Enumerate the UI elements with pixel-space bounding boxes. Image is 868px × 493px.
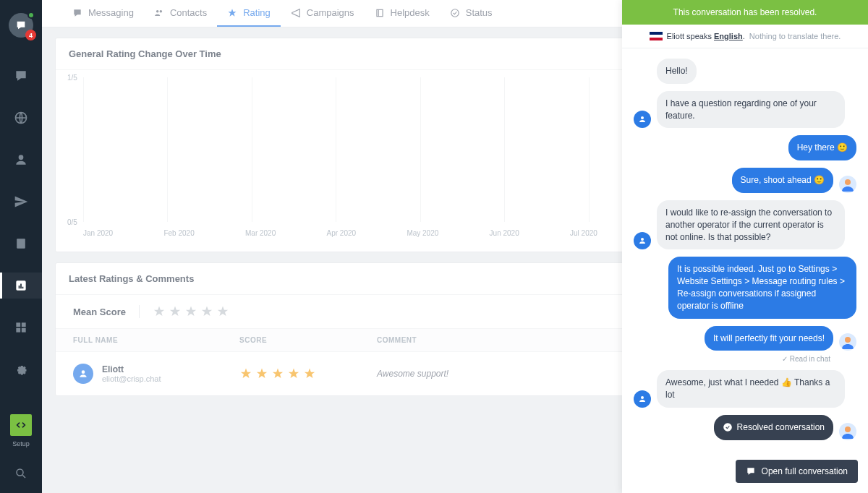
- svg-rect-10: [22, 328, 26, 333]
- message-row: Hello!: [634, 59, 856, 84]
- tab-messaging[interactable]: Messaging: [62, 0, 144, 27]
- language-link[interactable]: English: [714, 32, 743, 40]
- tab-helpdesk[interactable]: Helpdesk: [365, 0, 440, 27]
- x-tick: May 2020: [407, 229, 438, 237]
- tab-rating[interactable]: Rating: [217, 0, 281, 27]
- nav-globe-icon[interactable]: [0, 105, 42, 131]
- search-icon[interactable]: [0, 467, 42, 480]
- language-bar: Eliott speaks English. Nothing to transl…: [622, 25, 868, 48]
- svg-point-14: [159, 9, 162, 12]
- message-bubble: I would like to re-assign the conversati…: [657, 200, 845, 249]
- svg-point-26: [723, 424, 732, 432]
- tab-status[interactable]: Status: [440, 0, 503, 27]
- resolved-pill: Resolved conversation: [714, 415, 833, 440]
- svg-point-22: [845, 179, 851, 185]
- tab-contacts[interactable]: Contacts: [144, 0, 217, 27]
- message-bubble: Sure, shoot ahead 🙂: [732, 168, 833, 193]
- message-row: I would like to re-assign the conversati…: [634, 200, 856, 249]
- comment-text: Awesome support!: [377, 369, 644, 379]
- flag-icon: [650, 32, 663, 40]
- user-avatar-icon: [634, 232, 651, 249]
- svg-point-24: [845, 337, 851, 343]
- nav-contacts-icon[interactable]: [0, 147, 42, 173]
- svg-point-27: [845, 426, 851, 432]
- read-receipt: ✓ Read in chat: [634, 355, 856, 363]
- message-row: I have a question regarding one of your …: [634, 91, 856, 129]
- nav-send-icon[interactable]: [0, 189, 42, 215]
- user-avatar-icon: [634, 390, 651, 408]
- svg-rect-15: [376, 9, 382, 16]
- message-bubble: It is possible indeed. Just go to Settin…: [668, 257, 856, 318]
- message-bubble: Hello!: [657, 59, 697, 84]
- nav-book-icon[interactable]: [0, 231, 42, 257]
- chart-title: General Rating Change Over Time: [69, 48, 221, 59]
- chat-body[interactable]: Hello!I have a question regarding one of…: [622, 48, 868, 450]
- y-tick: 1/5: [67, 74, 77, 82]
- svg-point-11: [17, 469, 23, 476]
- score-stars: [239, 367, 377, 380]
- mean-score-label: Mean Score: [73, 306, 126, 317]
- user-avatar-icon: [634, 111, 651, 128]
- svg-rect-8: [22, 322, 26, 327]
- message-row: Resolved conversation: [634, 415, 856, 440]
- message-row: Sure, shoot ahead 🙂: [634, 168, 856, 193]
- svg-point-21: [641, 116, 644, 119]
- tab-campaigns[interactable]: Campaigns: [281, 0, 365, 27]
- user-email: eliott@crisp.chat: [102, 374, 161, 383]
- nav-messaging-icon[interactable]: [0, 63, 42, 89]
- svg-point-17: [451, 9, 459, 17]
- nav-analytics-icon[interactable]: [0, 273, 42, 299]
- nav-apps-icon[interactable]: [0, 314, 42, 340]
- sidebar: 4 Setup: [0, 0, 42, 493]
- message-row: It will perfectly fit your needs!: [634, 326, 856, 351]
- svg-point-1: [19, 155, 24, 160]
- operator-avatar-icon: [839, 176, 856, 193]
- logo[interactable]: 4: [9, 13, 33, 38]
- svg-rect-4: [19, 286, 20, 288]
- ratings-title: Latest Ratings & Comments: [69, 273, 194, 284]
- operator-avatar-icon: [839, 333, 856, 351]
- svg-point-13: [156, 9, 159, 12]
- message-bubble: I have a question regarding one of your …: [657, 91, 845, 129]
- svg-point-25: [641, 396, 644, 399]
- status-online-dot: [27, 12, 35, 19]
- svg-rect-6: [22, 287, 24, 289]
- svg-rect-5: [20, 284, 22, 289]
- nav-settings-icon[interactable]: [0, 356, 42, 382]
- user-avatar-icon: [73, 364, 93, 384]
- x-tick: Jan 2020: [83, 229, 113, 237]
- setup-button[interactable]: Setup: [10, 414, 32, 447]
- svg-line-12: [22, 475, 25, 478]
- message-row: It is possible indeed. Just go to Settin…: [634, 257, 856, 318]
- x-tick: Jul 2020: [570, 229, 597, 237]
- svg-rect-9: [16, 328, 20, 333]
- resolved-banner: This conversation has been resolved.: [622, 0, 868, 25]
- svg-rect-2: [17, 239, 25, 248]
- svg-point-20: [82, 370, 85, 374]
- y-tick: 0/5: [67, 218, 77, 226]
- message-bubble: It will perfectly fit your needs!: [705, 326, 833, 351]
- x-tick: Mar 2020: [245, 229, 276, 237]
- operator-avatar-icon: [839, 423, 856, 440]
- mean-stars: [153, 305, 229, 318]
- notification-badge: 4: [25, 30, 36, 40]
- svg-rect-7: [16, 322, 20, 327]
- open-full-conversation-button[interactable]: Open full conversation: [736, 460, 858, 483]
- message-bubble: Hey there 🙂: [788, 135, 856, 160]
- message-row: Hey there 🙂: [634, 135, 856, 160]
- svg-point-23: [641, 238, 644, 241]
- message-bubble: Awesome, just what I needed 👍 Thanks a l…: [657, 370, 845, 408]
- x-tick: Apr 2020: [327, 229, 357, 237]
- x-tick: Jun 2020: [490, 229, 519, 237]
- message-row: Awesome, just what I needed 👍 Thanks a l…: [634, 370, 856, 408]
- user-name: Eliott: [102, 364, 161, 374]
- chat-panel: This conversation has been resolved. Eli…: [622, 0, 868, 493]
- x-tick: Feb 2020: [163, 229, 194, 237]
